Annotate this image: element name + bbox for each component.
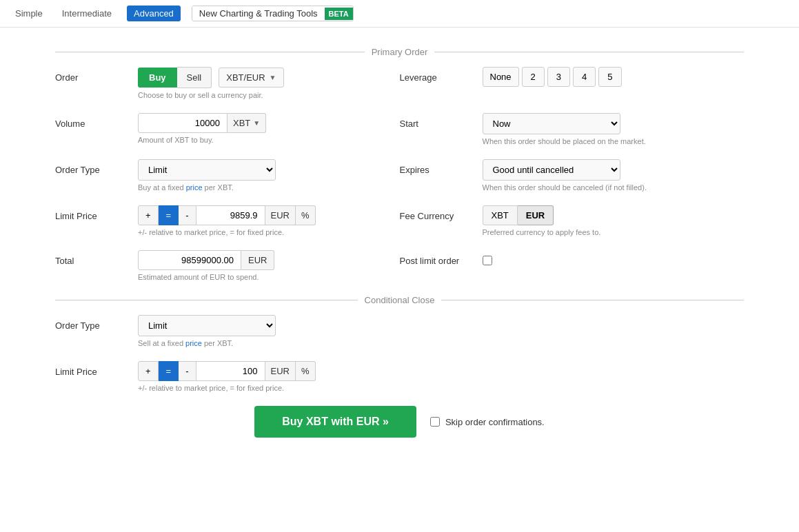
expires-right: Expires Good until cancelled 1 hour 1 da… xyxy=(400,159,745,192)
start-select[interactable]: Now xyxy=(483,113,620,134)
order-type-conditional-label: Order Type xyxy=(55,315,138,331)
volume-unit-text: XBT xyxy=(233,118,250,128)
total-label: Total xyxy=(55,250,138,266)
limit-price-conditional-input[interactable] xyxy=(196,361,265,381)
total-row: Total EUR Estimated amount of EUR to spe… xyxy=(55,250,744,281)
leverage-3-btn[interactable]: 3 xyxy=(547,67,570,87)
total-unit: EUR xyxy=(241,250,274,270)
order-type-conditional-row: Order Type Limit Market Stop Loss Take P… xyxy=(55,315,744,347)
nav-intermediate[interactable]: Intermediate xyxy=(58,6,116,21)
limit-price-eq-btn[interactable]: = xyxy=(159,205,179,225)
post-limit-content xyxy=(483,250,745,265)
fee-currency-label: Fee Currency xyxy=(400,205,483,221)
beta-badge[interactable]: New Charting & Trading Tools BETA xyxy=(192,6,354,21)
limit-price-primary-left: Limit Price + = - EUR % +/- relative to … xyxy=(55,205,400,236)
limit-price-minus-btn[interactable]: - xyxy=(179,205,196,225)
post-limit-label: Post limit order xyxy=(400,250,483,266)
leverage-content: None 2 3 4 5 xyxy=(483,67,745,87)
order-type-conditional-hint: Sell at a fixed price per XBT. xyxy=(138,339,400,347)
nav-simple[interactable]: Simple xyxy=(11,6,47,21)
expires-content: Good until cancelled 1 hour 1 day 1 week… xyxy=(483,159,745,192)
limit-price-conditional-left: Limit Price + = - EUR % +/- relative to … xyxy=(55,361,400,392)
order-type-conditional-content: Limit Market Stop Loss Take Profit Sell … xyxy=(138,315,400,347)
order-type-primary-select[interactable]: Limit Market Stop Loss Take Profit xyxy=(138,159,276,181)
leverage-group: None 2 3 4 5 xyxy=(483,67,745,87)
main-content: Primary Order Order Buy Sell XBT/EUR ▼ C… xyxy=(0,28,799,458)
dropdown-arrow-icon: ▼ xyxy=(270,74,276,81)
limit-price-primary-percent[interactable]: % xyxy=(296,205,316,225)
order-hint: Choose to buy or sell a currency pair. xyxy=(138,91,400,99)
beta-text: New Charting & Trading Tools xyxy=(192,6,325,21)
start-content: Now When this order should be placed on … xyxy=(483,113,745,145)
limit-price-conditional-content: + = - EUR % +/- relative to market price… xyxy=(138,361,400,392)
limit-price-conditional-percent[interactable]: % xyxy=(296,361,316,381)
expires-hint: When this order should be canceled (if n… xyxy=(483,183,745,192)
post-limit-right: Post limit order xyxy=(400,250,745,266)
limit-price-plus-btn[interactable]: + xyxy=(138,205,159,225)
volume-hint: Amount of XBT to buy. xyxy=(138,136,400,144)
order-label: Order xyxy=(55,67,138,83)
skip-confirm-label: Skip order confirmations. xyxy=(445,417,545,427)
limit-price-cond-minus-btn[interactable]: - xyxy=(179,361,196,381)
expires-select[interactable]: Good until cancelled 1 hour 1 day 1 week xyxy=(483,159,620,181)
order-type-conditional-left: Order Type Limit Market Stop Loss Take P… xyxy=(55,315,400,347)
limit-price-primary-content: + = - EUR % +/- relative to market price… xyxy=(138,205,400,236)
post-limit-group xyxy=(483,250,745,265)
skip-confirm-checkbox[interactable] xyxy=(430,417,440,427)
limit-price-conditional-group: + = - EUR % xyxy=(138,361,400,381)
limit-price-cond-eq-btn[interactable]: = xyxy=(159,361,179,381)
fee-eur-btn[interactable]: EUR xyxy=(518,205,554,225)
conditional-close-divider: Conditional Close xyxy=(55,295,744,305)
nav-advanced[interactable]: Advanced xyxy=(127,6,181,21)
conditional-close-label: Conditional Close xyxy=(358,295,442,305)
start-label: Start xyxy=(400,113,483,129)
beta-tag: BETA xyxy=(325,8,353,20)
limit-price-primary-group: + = - EUR % xyxy=(138,205,400,225)
submit-area: Buy XBT with EUR » Skip order confirmati… xyxy=(55,406,744,438)
order-type-primary-label: Order Type xyxy=(55,159,138,175)
total-input[interactable] xyxy=(138,250,241,270)
expires-label: Expires xyxy=(400,159,483,175)
leverage-label: Leverage xyxy=(400,67,483,83)
order-type-primary-row: Order Type Limit Market Stop Loss Take P… xyxy=(55,159,744,192)
limit-price-primary-hint: +/- relative to market price, = for fixe… xyxy=(138,228,400,236)
volume-left: Volume XBT ▼ Amount of XBT to buy. xyxy=(55,113,400,144)
order-type-primary-hint: Buy at a fixed price per XBT. xyxy=(138,183,400,192)
leverage-2-btn[interactable]: 2 xyxy=(522,67,545,87)
volume-input[interactable] xyxy=(138,113,227,133)
submit-button[interactable]: Buy XBT with EUR » xyxy=(254,406,416,438)
total-hint: Estimated amount of EUR to spend. xyxy=(138,273,400,281)
volume-row: Volume XBT ▼ Amount of XBT to buy. Start… xyxy=(55,113,744,145)
limit-price-primary-row: Limit Price + = - EUR % +/- relative to … xyxy=(55,205,744,236)
post-limit-checkbox[interactable] xyxy=(483,256,492,265)
leverage-5-btn[interactable]: 5 xyxy=(598,67,621,87)
leverage-none-btn[interactable]: None xyxy=(483,67,519,87)
buy-sell-group: Buy Sell XBT/EUR ▼ xyxy=(138,67,400,88)
leverage-4-btn[interactable]: 4 xyxy=(573,67,596,87)
volume-unit[interactable]: XBT ▼ xyxy=(227,113,266,133)
order-type-conditional-hint-link: price xyxy=(185,339,202,347)
order-content: Buy Sell XBT/EUR ▼ Choose to buy or sell… xyxy=(138,67,400,99)
limit-price-primary-input[interactable] xyxy=(196,205,265,225)
limit-price-cond-plus-btn[interactable]: + xyxy=(138,361,159,381)
order-row: Order Buy Sell XBT/EUR ▼ Choose to buy o… xyxy=(55,67,744,99)
fee-currency-content: XBT EUR Preferred currency to apply fees… xyxy=(483,205,745,236)
limit-price-primary-unit: EUR xyxy=(265,205,296,225)
currency-pair-dropdown[interactable]: XBT/EUR ▼ xyxy=(219,68,283,88)
limit-price-conditional-label: Limit Price xyxy=(55,361,138,377)
sell-button[interactable]: Sell xyxy=(177,67,212,88)
order-type-primary-left: Order Type Limit Market Stop Loss Take P… xyxy=(55,159,400,192)
order-left: Order Buy Sell XBT/EUR ▼ Choose to buy o… xyxy=(55,67,400,99)
start-hint: When this order should be placed on the … xyxy=(483,137,745,145)
limit-price-primary-label: Limit Price xyxy=(55,205,138,221)
volume-content: XBT ▼ Amount of XBT to buy. xyxy=(138,113,400,144)
volume-unit-arrow-icon: ▼ xyxy=(253,119,260,127)
buy-button[interactable]: Buy xyxy=(138,68,177,88)
order-type-conditional-select[interactable]: Limit Market Stop Loss Take Profit xyxy=(138,315,276,336)
total-content: EUR Estimated amount of EUR to spend. xyxy=(138,250,400,281)
fee-currency-hint: Preferred currency to apply fees to. xyxy=(483,228,745,236)
primary-order-label: Primary Order xyxy=(365,47,435,57)
fee-xbt-btn[interactable]: XBT xyxy=(483,205,518,225)
volume-label: Volume xyxy=(55,113,138,129)
order-type-primary-content: Limit Market Stop Loss Take Profit Buy a… xyxy=(138,159,400,192)
